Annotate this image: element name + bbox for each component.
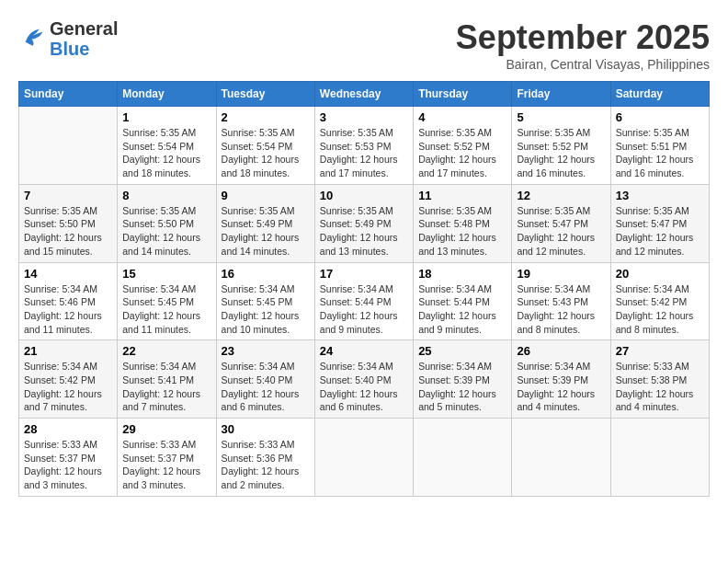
day-number: 24 [320, 344, 408, 358]
column-header-saturday: Saturday [610, 82, 709, 107]
column-header-sunday: Sunday [19, 82, 118, 107]
day-number: 4 [418, 110, 506, 124]
calendar-cell: 18Sunrise: 5:34 AM Sunset: 5:44 PM Dayli… [414, 262, 512, 340]
day-number: 16 [222, 267, 310, 281]
calendar-cell: 5Sunrise: 5:35 AM Sunset: 5:52 PM Daylig… [512, 107, 610, 185]
day-number: 1 [122, 110, 210, 124]
column-header-wednesday: Wednesday [314, 82, 413, 107]
calendar-cell: 12Sunrise: 5:35 AM Sunset: 5:47 PM Dayli… [512, 184, 610, 262]
day-number: 5 [517, 110, 605, 124]
calendar-cell: 26Sunrise: 5:34 AM Sunset: 5:39 PM Dayli… [512, 340, 610, 419]
cell-info: Sunrise: 5:34 AM Sunset: 5:46 PM Dayligh… [24, 282, 112, 337]
cell-info: Sunrise: 5:35 AM Sunset: 5:52 PM Dayligh… [418, 126, 506, 180]
cell-info: Sunrise: 5:35 AM Sunset: 5:47 PM Dayligh… [517, 204, 605, 259]
calendar-cell: 28Sunrise: 5:33 AM Sunset: 5:37 PM Dayli… [19, 419, 118, 497]
column-header-monday: Monday [118, 82, 216, 107]
cell-info: Sunrise: 5:34 AM Sunset: 5:41 PM Dayligh… [122, 360, 210, 414]
location: Bairan, Central Visayas, Philippines [456, 57, 710, 72]
cell-info: Sunrise: 5:33 AM Sunset: 5:37 PM Dayligh… [122, 438, 210, 492]
column-header-thursday: Thursday [414, 82, 512, 107]
calendar-cell: 7Sunrise: 5:35 AM Sunset: 5:50 PM Daylig… [19, 184, 118, 262]
day-number: 17 [320, 267, 408, 281]
day-number: 28 [24, 422, 112, 436]
calendar-cell: 23Sunrise: 5:34 AM Sunset: 5:40 PM Dayli… [216, 340, 314, 419]
cell-info: Sunrise: 5:34 AM Sunset: 5:42 PM Dayligh… [616, 282, 704, 337]
cell-info: Sunrise: 5:34 AM Sunset: 5:44 PM Dayligh… [418, 282, 506, 337]
day-number: 30 [222, 422, 310, 436]
day-number: 25 [418, 344, 506, 358]
calendar-cell: 3Sunrise: 5:35 AM Sunset: 5:53 PM Daylig… [314, 107, 413, 185]
day-number: 21 [24, 344, 112, 358]
calendar-cell: 10Sunrise: 5:35 AM Sunset: 5:49 PM Dayli… [314, 184, 413, 262]
calendar-header-row: SundayMondayTuesdayWednesdayThursdayFrid… [19, 82, 710, 107]
calendar-cell: 19Sunrise: 5:34 AM Sunset: 5:43 PM Dayli… [512, 262, 610, 340]
day-number: 20 [616, 267, 704, 281]
calendar-week-row: 14Sunrise: 5:34 AM Sunset: 5:46 PM Dayli… [19, 262, 710, 340]
cell-info: Sunrise: 5:35 AM Sunset: 5:50 PM Dayligh… [122, 204, 210, 259]
day-number: 18 [418, 267, 506, 281]
cell-info: Sunrise: 5:35 AM Sunset: 5:54 PM Dayligh… [122, 126, 210, 180]
calendar-cell: 1Sunrise: 5:35 AM Sunset: 5:54 PM Daylig… [118, 107, 216, 185]
calendar-cell: 15Sunrise: 5:34 AM Sunset: 5:45 PM Dayli… [118, 262, 216, 340]
logo: General Blue [18, 18, 118, 59]
day-number: 15 [122, 267, 210, 281]
calendar-week-row: 7Sunrise: 5:35 AM Sunset: 5:50 PM Daylig… [19, 184, 710, 262]
cell-info: Sunrise: 5:33 AM Sunset: 5:36 PM Dayligh… [222, 438, 310, 492]
calendar-cell: 27Sunrise: 5:33 AM Sunset: 5:38 PM Dayli… [610, 340, 709, 419]
cell-info: Sunrise: 5:34 AM Sunset: 5:39 PM Dayligh… [418, 360, 506, 414]
day-number: 6 [616, 110, 704, 124]
day-number: 14 [24, 267, 112, 281]
calendar-cell: 24Sunrise: 5:34 AM Sunset: 5:40 PM Dayli… [314, 340, 413, 419]
calendar-cell: 20Sunrise: 5:34 AM Sunset: 5:42 PM Dayli… [610, 262, 709, 340]
day-number: 7 [24, 189, 112, 202]
calendar-cell: 9Sunrise: 5:35 AM Sunset: 5:49 PM Daylig… [216, 184, 314, 262]
cell-info: Sunrise: 5:35 AM Sunset: 5:54 PM Dayligh… [222, 126, 310, 180]
calendar-week-row: 28Sunrise: 5:33 AM Sunset: 5:37 PM Dayli… [19, 419, 710, 497]
calendar-cell: 14Sunrise: 5:34 AM Sunset: 5:46 PM Dayli… [19, 262, 118, 340]
day-number: 3 [320, 110, 408, 124]
cell-info: Sunrise: 5:34 AM Sunset: 5:45 PM Dayligh… [122, 282, 210, 337]
cell-info: Sunrise: 5:34 AM Sunset: 5:45 PM Dayligh… [222, 282, 310, 337]
calendar-cell: 16Sunrise: 5:34 AM Sunset: 5:45 PM Dayli… [216, 262, 314, 340]
calendar-cell: 8Sunrise: 5:35 AM Sunset: 5:50 PM Daylig… [118, 184, 216, 262]
calendar-cell [414, 419, 512, 497]
calendar-week-row: 21Sunrise: 5:34 AM Sunset: 5:42 PM Dayli… [19, 340, 710, 419]
calendar-cell: 21Sunrise: 5:34 AM Sunset: 5:42 PM Dayli… [19, 340, 118, 419]
day-number: 23 [222, 344, 310, 358]
cell-info: Sunrise: 5:35 AM Sunset: 5:53 PM Dayligh… [320, 126, 408, 180]
calendar-table: SundayMondayTuesdayWednesdayThursdayFrid… [18, 81, 710, 497]
calendar-cell: 6Sunrise: 5:35 AM Sunset: 5:51 PM Daylig… [610, 107, 709, 185]
page-header: General Blue September 2025 Bairan, Cent… [18, 18, 710, 72]
cell-info: Sunrise: 5:33 AM Sunset: 5:37 PM Dayligh… [24, 438, 112, 492]
day-number: 2 [222, 110, 310, 124]
day-number: 27 [616, 344, 704, 358]
day-number: 12 [517, 189, 605, 202]
day-number: 10 [320, 189, 408, 202]
calendar-cell: 25Sunrise: 5:34 AM Sunset: 5:39 PM Dayli… [414, 340, 512, 419]
calendar-cell [19, 107, 118, 185]
calendar-cell [610, 419, 709, 497]
cell-info: Sunrise: 5:33 AM Sunset: 5:38 PM Dayligh… [616, 360, 704, 414]
column-header-friday: Friday [512, 82, 610, 107]
day-number: 11 [418, 189, 506, 202]
calendar-week-row: 1Sunrise: 5:35 AM Sunset: 5:54 PM Daylig… [19, 107, 710, 185]
calendar-cell: 22Sunrise: 5:34 AM Sunset: 5:41 PM Dayli… [118, 340, 216, 419]
cell-info: Sunrise: 5:35 AM Sunset: 5:50 PM Dayligh… [24, 204, 112, 259]
calendar-cell: 30Sunrise: 5:33 AM Sunset: 5:36 PM Dayli… [216, 419, 314, 497]
day-number: 8 [122, 189, 210, 202]
cell-info: Sunrise: 5:34 AM Sunset: 5:40 PM Dayligh… [320, 360, 408, 414]
cell-info: Sunrise: 5:35 AM Sunset: 5:49 PM Dayligh… [222, 204, 310, 259]
cell-info: Sunrise: 5:34 AM Sunset: 5:44 PM Dayligh… [320, 282, 408, 337]
day-number: 13 [616, 189, 704, 202]
cell-info: Sunrise: 5:34 AM Sunset: 5:39 PM Dayligh… [517, 360, 605, 414]
logo-general: General [50, 18, 118, 39]
calendar-cell [314, 419, 413, 497]
calendar-cell [512, 419, 610, 497]
calendar-cell: 13Sunrise: 5:35 AM Sunset: 5:47 PM Dayli… [610, 184, 709, 262]
calendar-cell: 29Sunrise: 5:33 AM Sunset: 5:37 PM Dayli… [118, 419, 216, 497]
cell-info: Sunrise: 5:35 AM Sunset: 5:52 PM Dayligh… [517, 126, 605, 180]
cell-info: Sunrise: 5:34 AM Sunset: 5:40 PM Dayligh… [222, 360, 310, 414]
cell-info: Sunrise: 5:35 AM Sunset: 5:49 PM Dayligh… [320, 204, 408, 259]
day-number: 9 [222, 189, 310, 202]
calendar-cell: 11Sunrise: 5:35 AM Sunset: 5:48 PM Dayli… [414, 184, 512, 262]
